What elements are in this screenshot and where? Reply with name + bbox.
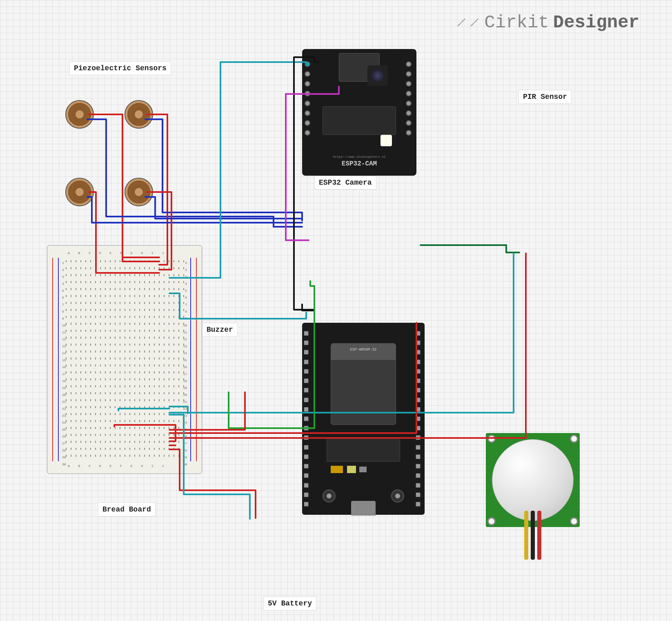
flash-led bbox=[381, 135, 392, 146]
wire-piezo3-blue[interactable] bbox=[87, 197, 302, 223]
breadboard-rownums-right: 1234567891011121314151617181920212223242… bbox=[183, 259, 187, 468]
piezo-sensor-2[interactable] bbox=[125, 100, 153, 129]
piezo-sensor-4[interactable] bbox=[125, 178, 153, 206]
wire-dev-d2-green-pir[interactable] bbox=[421, 245, 519, 252]
cam-url: https://www.studiopeters.nl bbox=[302, 155, 416, 159]
pir-sensor[interactable] bbox=[486, 433, 580, 527]
cam-silkscreen: ESP32-CAM bbox=[302, 160, 416, 168]
label-pir: PIR Sensor bbox=[518, 90, 572, 104]
piezo-sensor-1[interactable] bbox=[65, 100, 94, 129]
en-button[interactable] bbox=[323, 489, 336, 503]
breadboard-rownums-left: 1234567891011121314151617181920212223242… bbox=[62, 259, 66, 468]
cam-pins-left bbox=[305, 61, 313, 136]
wire-piezo4-blue[interactable] bbox=[145, 197, 302, 219]
label-piezo: Piezoelectric Sensors bbox=[69, 61, 171, 75]
micro-usb-port bbox=[351, 501, 376, 516]
logo-icon: ⟋⟋ bbox=[454, 13, 480, 31]
ribbon-connector bbox=[323, 106, 396, 135]
wire-piezo1-blue[interactable] bbox=[87, 119, 302, 227]
wire-dev-gnd-black[interactable] bbox=[302, 304, 314, 310]
boot-button[interactable] bbox=[391, 489, 404, 503]
wire-buzzer-sig-green[interactable] bbox=[229, 281, 314, 428]
label-buzzer: Buzzer bbox=[202, 323, 238, 337]
label-breadboard: Bread Board bbox=[98, 503, 156, 516]
wire-piezo2-blue[interactable] bbox=[145, 119, 302, 221]
devkit-pins-right bbox=[416, 331, 423, 507]
piezo-sensor-3[interactable] bbox=[65, 178, 94, 206]
shield-text: ESP-WROOM-32 bbox=[331, 348, 396, 352]
cam-pins-right bbox=[406, 61, 414, 136]
label-esp32cam: ESP32 Camera bbox=[314, 176, 376, 190]
app-logo: ⟋⟋ Cirkit Designer bbox=[454, 12, 639, 33]
devkit-pins-left bbox=[304, 331, 311, 507]
pir-leads bbox=[524, 511, 541, 560]
breadboard-cols-bot: A B C D E F G H I J bbox=[68, 464, 181, 468]
breadboard[interactable]: A B C D E F G H I J A B C D E F G H I J … bbox=[47, 245, 202, 474]
breadboard-holes bbox=[64, 258, 185, 461]
label-battery: 5V Battery bbox=[263, 596, 316, 610]
breadboard-cols-top: A B C D E F G H I J bbox=[68, 251, 181, 255]
esp32-cam-module[interactable]: https://www.studiopeters.nl ESP32-CAM bbox=[302, 49, 416, 176]
camera-lens bbox=[367, 65, 388, 86]
wroom-shield: ESP-WROOM-32 bbox=[331, 343, 396, 425]
logo-text-light: Cirkit bbox=[484, 12, 549, 33]
usb-uart-chip bbox=[327, 437, 400, 462]
pir-fresnel-dome bbox=[492, 439, 574, 521]
logo-text-bold: Designer bbox=[553, 12, 639, 33]
esp32-devkit-v1[interactable]: ESP-WROOM-32 bbox=[302, 323, 425, 515]
